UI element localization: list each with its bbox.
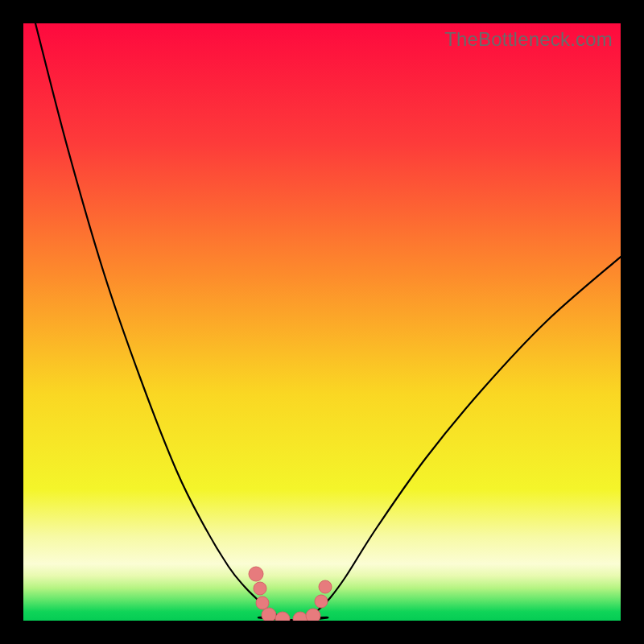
curve-group: [35, 23, 621, 620]
data-marker: [249, 567, 263, 581]
outer-frame: TheBottleneck.com: [0, 0, 644, 644]
plot-area: TheBottleneck.com: [23, 23, 621, 621]
data-marker: [293, 612, 308, 621]
data-marker: [319, 580, 332, 593]
data-marker: [262, 608, 276, 621]
bottleneck-curve: [35, 23, 621, 620]
data-marker: [306, 609, 320, 621]
data-marker: [254, 582, 266, 595]
data-marker: [275, 612, 290, 621]
data-marker: [256, 597, 269, 609]
chart-svg: [23, 23, 621, 621]
data-marker: [315, 595, 328, 608]
marker-group: [249, 567, 332, 621]
